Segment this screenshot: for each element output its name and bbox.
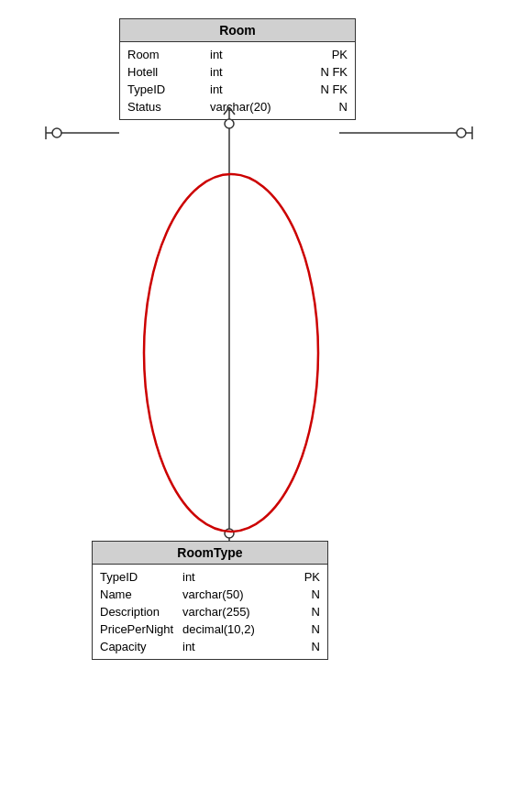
col-constraint: N xyxy=(274,587,320,601)
table-row: Capacity int N xyxy=(100,638,320,655)
col-name: Description xyxy=(100,605,182,619)
col-type: int xyxy=(182,640,274,653)
col-name: Name xyxy=(100,587,182,601)
col-constraint: PK xyxy=(274,570,320,584)
table-row: TypeID int PK xyxy=(100,568,320,586)
col-type: varchar(50) xyxy=(182,587,274,601)
col-type: varchar(255) xyxy=(182,605,274,619)
col-constraint: N xyxy=(274,640,320,653)
col-name: TypeID xyxy=(100,570,182,584)
col-name: Status xyxy=(127,100,210,114)
diagram-container: Room Room int PK Hotell int N FK TypeID … xyxy=(0,0,519,812)
table-row: Status varchar(20) N xyxy=(127,98,348,115)
table-row: PricePerNight decimal(10,2) N xyxy=(100,620,320,638)
col-name: Hotell xyxy=(127,65,210,79)
connector-lines xyxy=(0,0,519,812)
col-type: decimal(10,2) xyxy=(182,622,274,636)
crowsfoot-top-circle xyxy=(225,119,234,128)
col-type: varchar(20) xyxy=(210,100,302,114)
left-end-circle xyxy=(52,128,61,137)
col-name: TypeID xyxy=(127,82,210,96)
right-end-circle xyxy=(457,128,466,137)
crowsfoot-bottom-circle xyxy=(225,529,234,538)
col-constraint: PK xyxy=(302,48,348,61)
roomtype-table: RoomType TypeID int PK Name varchar(50) … xyxy=(92,541,328,660)
red-ellipse-annotation xyxy=(0,0,519,812)
col-constraint: N FK xyxy=(302,65,348,79)
col-constraint: N xyxy=(302,100,348,114)
roomtype-table-body: TypeID int PK Name varchar(50) N Descrip… xyxy=(93,565,327,659)
table-row: TypeID int N FK xyxy=(127,81,348,98)
table-row: Hotell int N FK xyxy=(127,63,348,81)
table-row: Name varchar(50) N xyxy=(100,586,320,603)
table-row: Description varchar(255) N xyxy=(100,603,320,620)
col-type: int xyxy=(210,65,302,79)
room-table-body: Room int PK Hotell int N FK TypeID int N… xyxy=(120,42,355,119)
room-table-header: Room xyxy=(120,19,355,42)
col-name: PricePerNight xyxy=(100,622,182,636)
roomtype-table-header: RoomType xyxy=(93,542,327,565)
col-constraint: N xyxy=(274,622,320,636)
col-name: Room xyxy=(127,48,210,61)
red-ellipse xyxy=(144,174,318,532)
col-type: int xyxy=(210,48,302,61)
col-type: int xyxy=(182,570,274,584)
col-type: int xyxy=(210,82,302,96)
col-constraint: N FK xyxy=(302,82,348,96)
table-row: Room int PK xyxy=(127,46,348,63)
room-table: Room Room int PK Hotell int N FK TypeID … xyxy=(119,18,356,120)
col-name: Capacity xyxy=(100,640,182,653)
col-constraint: N xyxy=(274,605,320,619)
